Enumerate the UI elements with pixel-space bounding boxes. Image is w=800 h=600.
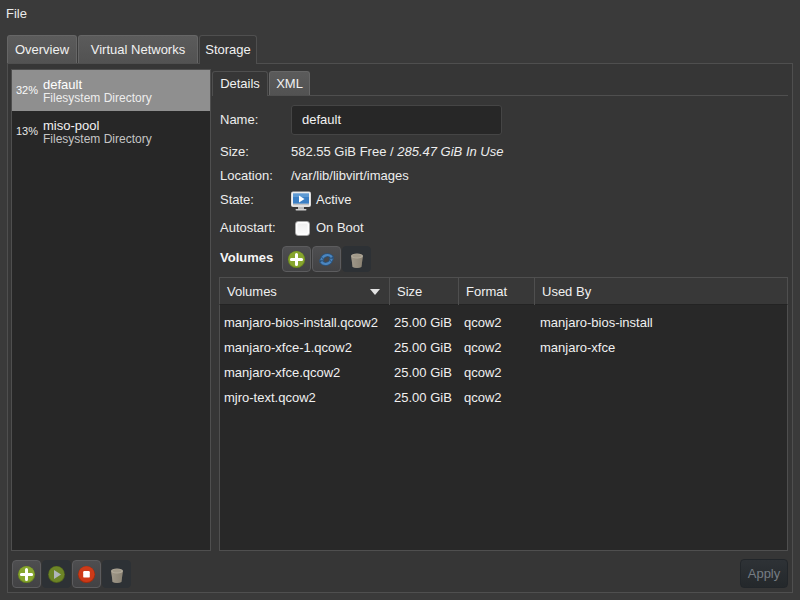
name-label: Name: [220,112,258,128]
trash-icon [348,250,366,269]
stop-icon [77,565,96,584]
refresh-volumes-button[interactable] [312,246,341,272]
volume-format: qcow2 [464,335,535,360]
refresh-icon [317,250,336,269]
name-entry[interactable]: default [291,105,502,135]
pool-usage-percent: 13% [14,111,38,152]
tab-xml[interactable]: XML [269,71,310,95]
add-icon [17,565,36,584]
volume-row[interactable]: manjaro-xfce-1.qcow2 25.00 GiB qcow2 man… [220,335,787,360]
size-value: 582.55 GiB Free / 285.47 GiB In Use [291,144,503,160]
volume-size: 25.00 GiB [394,385,458,410]
column-label: Size [397,284,422,299]
volume-size: 25.00 GiB [394,310,458,335]
volume-used-by [540,360,785,385]
pool-row-miso-pool[interactable]: 13% miso-pool Filesystem Directory [12,111,210,152]
play-icon [47,565,66,584]
volume-name: manjaro-bios-install.qcow2 [224,310,389,335]
volumes-table-header: Volumes Size Format Used By [219,277,788,305]
delete-volume-button[interactable] [342,246,371,272]
column-header-format[interactable]: Format [459,278,535,305]
state-value: Active [316,192,351,208]
pool-type: Filesystem Directory [43,133,152,146]
autostart-value: On Boot [316,220,364,236]
volume-used-by: manjaro-bios-install [540,310,785,335]
delete-pool-button[interactable] [102,560,131,588]
add-volume-button[interactable] [282,246,311,272]
volume-format: qcow2 [464,360,535,385]
column-label: Volumes [227,284,277,299]
volume-format: qcow2 [464,385,535,410]
volumes-section-label: Volumes [220,250,273,266]
apply-button[interactable]: Apply [740,559,788,588]
trash-icon [108,565,126,584]
menu-file[interactable]: File [0,0,33,28]
tab-details[interactable]: Details [212,71,268,96]
volume-used-by: manjaro-xfce [540,335,785,360]
tab-overview[interactable]: Overview [7,35,77,63]
pool-usage-percent: 32% [14,70,38,111]
location-value: /var/lib/libvirt/images [291,168,409,184]
volume-size: 25.00 GiB [394,360,458,385]
location-label: Location: [220,168,273,184]
name-entry-value: default [292,106,501,134]
volume-format: qcow2 [464,310,535,335]
state-running-icon [290,191,312,211]
autostart-label: Autostart: [220,220,276,236]
volume-row[interactable]: manjaro-xfce.qcow2 25.00 GiB qcow2 [220,360,787,385]
start-pool-button[interactable] [42,560,71,588]
volume-used-by [540,385,785,410]
add-icon [287,250,306,269]
volume-name: manjaro-xfce-1.qcow2 [224,335,389,360]
volume-size: 25.00 GiB [394,335,458,360]
connection-details-window: File Overview Virtual Networks Storage 3… [0,0,800,600]
column-label: Format [466,284,507,299]
size-label: Size: [220,144,249,160]
pool-name: default [43,77,82,92]
column-label: Used By [542,284,591,299]
column-header-volumes[interactable]: Volumes [220,278,390,305]
menubar: File [0,0,800,28]
tab-virtual-networks[interactable]: Virtual Networks [78,35,198,63]
sort-descending-icon [370,289,380,295]
autostart-checkbox[interactable] [295,221,310,236]
volume-row[interactable]: manjaro-bios-install.qcow2 25.00 GiB qco… [220,310,787,335]
add-pool-button[interactable] [12,560,41,588]
volume-name: manjaro-xfce.qcow2 [224,360,389,385]
volume-row[interactable]: mjro-text.qcow2 25.00 GiB qcow2 [220,385,787,410]
pool-type: Filesystem Directory [43,92,152,105]
tab-storage[interactable]: Storage [199,35,257,64]
pool-name: miso-pool [43,118,99,133]
stop-pool-button[interactable] [72,560,101,588]
size-in-use-text: 285.47 GiB In Use [397,144,503,159]
state-label: State: [220,192,254,208]
size-free-text: 582.55 GiB Free / [291,144,397,159]
column-header-used-by[interactable]: Used By [535,278,787,305]
column-header-size[interactable]: Size [390,278,459,305]
volume-name: mjro-text.qcow2 [224,385,389,410]
pool-row-default[interactable]: 32% default Filesystem Directory [12,70,210,111]
